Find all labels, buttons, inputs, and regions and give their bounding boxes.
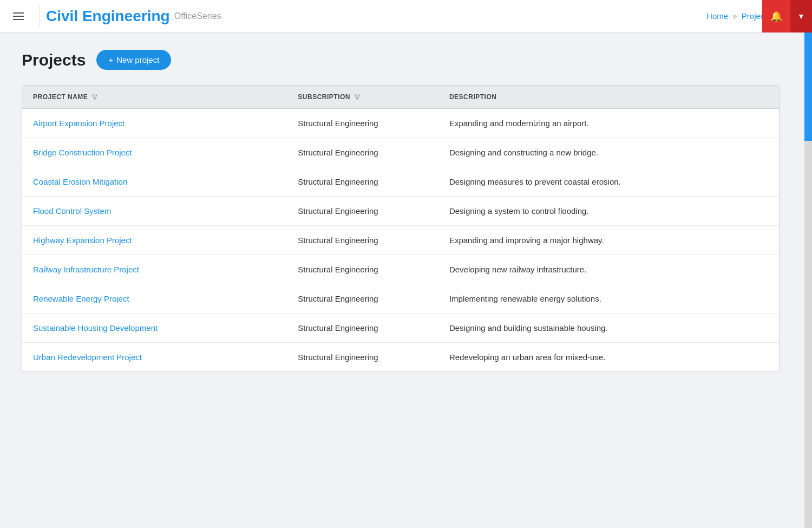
table-row: Sustainable Housing DevelopmentStructura… [22,314,779,343]
cell-subscription: Structural Engineering [287,167,438,197]
cell-subscription: Structural Engineering [287,314,438,343]
table-row: Airport Expansion ProjectStructural Engi… [22,109,779,138]
table-row: Bridge Construction ProjectStructural En… [22,138,779,167]
project-link[interactable]: Sustainable Housing Development [33,323,158,333]
table-row: Urban Redevelopment ProjectStructural En… [22,343,779,372]
cell-description: Redeveloping an urban area for mixed-use… [438,343,779,372]
brand-title: Civil Engineering [46,8,170,25]
user-dropdown-button[interactable]: ▼ [790,0,812,32]
table-body: Airport Expansion ProjectStructural Engi… [22,109,779,372]
cell-project-name: Flood Control System [22,197,287,226]
scrollbar-thumb[interactable] [804,32,812,141]
chevron-down-icon: ▼ [797,12,805,21]
header-actions: 🔔 ▼ [762,0,812,32]
col-header-description: DESCRIPTION [438,86,779,109]
project-link[interactable]: Urban Redevelopment Project [33,353,142,362]
project-link[interactable]: Coastal Erosion Mitigation [33,177,127,186]
cell-subscription: Structural Engineering [287,284,438,314]
project-link[interactable]: Renewable Energy Project [33,294,129,303]
plus-icon: + [108,55,113,64]
project-link[interactable]: Airport Expansion Project [33,119,125,128]
cell-subscription: Structural Engineering [287,343,438,372]
new-project-label: New project [116,55,159,64]
projects-table-container: PROJECT NAME ▽ SUBSCRIPTION ▽ DESCRIPTIO… [22,85,780,372]
new-project-button[interactable]: + New project [96,50,171,70]
project-link[interactable]: Highway Expansion Project [33,236,132,245]
cell-project-name: Highway Expansion Project [22,226,287,255]
project-link[interactable]: Railway Infrastructure Project [33,265,139,274]
filter-icon-subscription[interactable]: ▽ [355,93,360,101]
table-row: Renewable Energy ProjectStructural Engin… [22,284,779,314]
col-header-name: PROJECT NAME ▽ [22,86,287,109]
projects-table: PROJECT NAME ▽ SUBSCRIPTION ▽ DESCRIPTIO… [22,86,779,371]
project-link[interactable]: Bridge Construction Project [33,148,132,157]
header-divider [39,5,40,27]
breadcrumb-separator: » [732,11,737,21]
scrollbar-track[interactable] [804,32,812,389]
cell-project-name: Urban Redevelopment Project [22,343,287,372]
page-title: Projects [22,51,86,69]
filter-icon-name[interactable]: ▽ [92,93,97,101]
bell-button[interactable]: 🔔 [762,0,790,32]
cell-project-name: Railway Infrastructure Project [22,255,287,284]
cell-subscription: Structural Engineering [287,109,438,138]
header: Civil Engineering OfficeSeries Home » Pr… [0,0,812,32]
cell-description: Designing and building sustainable housi… [438,314,779,343]
breadcrumb: Home » Projects [706,11,771,21]
page-header: Projects + New project [22,50,790,70]
cell-subscription: Structural Engineering [287,255,438,284]
hamburger-button[interactable] [9,8,28,24]
main-content: Projects + New project PROJECT NAME ▽ [0,32,812,389]
cell-subscription: Structural Engineering [287,138,438,167]
cell-description: Designing a system to control flooding. [438,197,779,226]
cell-description: Expanding and improving a major highway. [438,226,779,255]
cell-description: Developing new railway infrastructure. [438,255,779,284]
cell-subscription: Structural Engineering [287,226,438,255]
cell-project-name: Airport Expansion Project [22,109,287,138]
cell-subscription: Structural Engineering [287,197,438,226]
col-header-subscription: SUBSCRIPTION ▽ [287,86,438,109]
breadcrumb-home[interactable]: Home [706,11,728,21]
cell-project-name: Coastal Erosion Mitigation [22,167,287,197]
table-header: PROJECT NAME ▽ SUBSCRIPTION ▽ DESCRIPTIO… [22,86,779,109]
cell-description: Implementing renewable energy solutions. [438,284,779,314]
table-row: Flood Control SystemStructural Engineeri… [22,197,779,226]
cell-description: Designing measures to prevent coastal er… [438,167,779,197]
cell-description: Designing and constructing a new bridge. [438,138,779,167]
table-row: Coastal Erosion MitigationStructural Eng… [22,167,779,197]
project-link[interactable]: Flood Control System [33,206,111,216]
brand-subtitle: OfficeSeries [174,11,221,21]
cell-project-name: Sustainable Housing Development [22,314,287,343]
cell-project-name: Renewable Energy Project [22,284,287,314]
cell-project-name: Bridge Construction Project [22,138,287,167]
table-row: Railway Infrastructure ProjectStructural… [22,255,779,284]
bell-icon: 🔔 [770,10,782,22]
table-row: Highway Expansion ProjectStructural Engi… [22,226,779,255]
cell-description: Expanding and modernizing an airport. [438,109,779,138]
